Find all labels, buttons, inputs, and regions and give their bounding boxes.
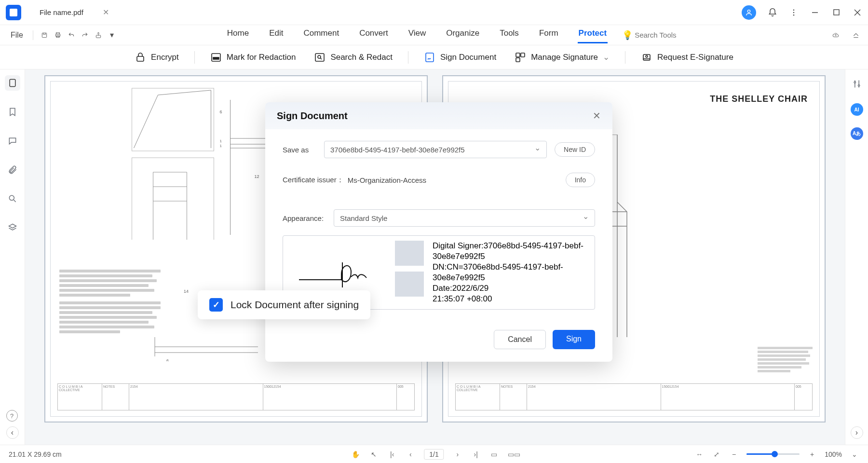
last-page-icon[interactable]: ›| bbox=[471, 450, 481, 458]
tab-filename: File name.pdf bbox=[40, 8, 83, 16]
bookmark-icon[interactable] bbox=[5, 104, 20, 120]
sign-document-button[interactable]: Sign Document bbox=[419, 50, 501, 65]
save-icon[interactable] bbox=[39, 30, 50, 41]
new-id-button[interactable]: New ID bbox=[555, 142, 595, 157]
settings-icon[interactable] bbox=[849, 76, 865, 92]
mark-redaction-button[interactable]: Mark for Redaction bbox=[205, 50, 301, 65]
lock-icon bbox=[135, 52, 146, 63]
expand-right-icon[interactable]: › bbox=[851, 426, 863, 439]
svg-rect-12 bbox=[96, 35, 100, 38]
manage-signature-button[interactable]: Manage Signature ⌄ bbox=[510, 50, 614, 65]
prev-page-icon[interactable]: ‹ bbox=[406, 450, 415, 458]
svg-text:1: 1 bbox=[220, 139, 222, 143]
search-tools-input[interactable] bbox=[635, 31, 702, 39]
info-button[interactable]: Info bbox=[566, 173, 595, 187]
tab-edit[interactable]: Edit bbox=[268, 27, 284, 43]
zoom-in-icon[interactable]: + bbox=[807, 450, 817, 458]
zoom-slider[interactable] bbox=[746, 453, 800, 455]
text-placeholder bbox=[59, 270, 161, 335]
svg-text:12: 12 bbox=[255, 174, 259, 179]
undo-icon[interactable] bbox=[66, 30, 77, 41]
redo-icon[interactable] bbox=[80, 30, 90, 41]
dialog-close-icon[interactable]: ✕ bbox=[593, 110, 601, 122]
hand-tool-icon[interactable]: ✋ bbox=[351, 450, 360, 458]
bell-icon[interactable] bbox=[768, 8, 777, 17]
document-tab[interactable]: File name.pdf ✕ bbox=[33, 8, 116, 17]
collapse-icon[interactable] bbox=[851, 30, 861, 41]
redaction-icon bbox=[210, 52, 222, 63]
svg-rect-22 bbox=[521, 53, 525, 57]
expand-left-icon[interactable]: ‹ bbox=[6, 426, 19, 439]
svg-text:6: 6 bbox=[220, 109, 222, 114]
layers-icon[interactable] bbox=[5, 220, 20, 235]
close-tab-icon[interactable]: ✕ bbox=[103, 8, 109, 17]
appearance-select[interactable]: Standard Style bbox=[334, 209, 595, 227]
zoom-dropdown-icon[interactable]: ⌄ bbox=[850, 450, 859, 458]
tab-tools[interactable]: Tools bbox=[499, 27, 520, 43]
zoom-out-icon[interactable]: − bbox=[729, 450, 739, 458]
save-as-select[interactable]: 3706e8bd-5495-4197-bebf-30e8e7e992f5 bbox=[324, 141, 547, 158]
svg-line-28 bbox=[14, 200, 15, 202]
cancel-button[interactable]: Cancel bbox=[494, 330, 546, 349]
page-title: THE SHELLEY CHAIR bbox=[710, 94, 808, 104]
svg-point-27 bbox=[9, 195, 14, 200]
svg-rect-11 bbox=[56, 36, 59, 38]
svg-point-44 bbox=[854, 82, 855, 83]
file-menu[interactable]: File bbox=[7, 29, 27, 41]
svg-rect-16 bbox=[213, 57, 219, 59]
separator bbox=[408, 51, 408, 64]
tab-form[interactable]: Form bbox=[538, 27, 559, 43]
bulb-icon: 💡 bbox=[622, 30, 633, 41]
page-indicator[interactable]: 1/1 bbox=[424, 449, 444, 460]
tab-view[interactable]: View bbox=[407, 27, 427, 43]
share-icon[interactable] bbox=[93, 30, 104, 41]
dialog-title: Sign Document bbox=[277, 110, 348, 122]
first-page-icon[interactable]: |‹ bbox=[387, 450, 397, 458]
user-avatar-icon[interactable] bbox=[742, 5, 756, 20]
minimize-icon[interactable] bbox=[810, 8, 820, 17]
next-page-icon[interactable]: › bbox=[453, 450, 462, 458]
cert-issuer-value: Ms-Organization-Access bbox=[348, 176, 426, 184]
single-page-icon[interactable]: ▭ bbox=[489, 450, 499, 458]
tab-comment[interactable]: Comment bbox=[302, 27, 340, 43]
separator bbox=[33, 30, 33, 40]
thumbnails-icon[interactable] bbox=[5, 75, 20, 91]
separator bbox=[625, 51, 625, 64]
lock-checkbox[interactable]: ✓ bbox=[209, 298, 223, 312]
tab-protect[interactable]: Protect bbox=[578, 27, 608, 43]
tab-organize[interactable]: Organize bbox=[445, 27, 480, 43]
right-sidebar: AI Aあ › bbox=[845, 69, 868, 445]
lock-document-option[interactable]: ✓ Lock Document after signing bbox=[198, 290, 370, 319]
comment-icon[interactable] bbox=[5, 133, 20, 149]
maximize-icon[interactable] bbox=[831, 8, 841, 17]
help-icon[interactable]: ? bbox=[6, 410, 18, 422]
svg-rect-26 bbox=[10, 80, 15, 87]
encrypt-button[interactable]: Encrypt bbox=[130, 50, 184, 65]
tab-convert[interactable]: Convert bbox=[358, 27, 389, 43]
window-close-icon[interactable] bbox=[853, 8, 862, 17]
svg-rect-5 bbox=[833, 10, 839, 15]
text-placeholder bbox=[758, 347, 813, 374]
save-as-label: Save as bbox=[283, 146, 316, 154]
select-tool-icon[interactable]: ↖ bbox=[369, 450, 379, 458]
sign-icon bbox=[424, 52, 435, 63]
request-esignature-button[interactable]: Request E-Signature bbox=[636, 50, 738, 65]
preview-thumbs bbox=[395, 241, 424, 304]
fit-page-icon[interactable]: ⤢ bbox=[712, 450, 721, 458]
search-icon[interactable] bbox=[5, 191, 20, 206]
search-redact-button[interactable]: Search & Redact bbox=[309, 50, 397, 65]
print-icon[interactable] bbox=[53, 30, 63, 41]
translate-badge-icon[interactable]: Aあ bbox=[851, 127, 863, 140]
sign-button[interactable]: Sign bbox=[553, 330, 595, 349]
two-page-icon[interactable]: ▭▭ bbox=[508, 450, 517, 458]
dropdown-icon[interactable]: ▾ bbox=[107, 30, 117, 41]
cloud-icon[interactable] bbox=[830, 30, 841, 41]
attachment-icon[interactable] bbox=[5, 162, 20, 177]
svg-point-3 bbox=[793, 14, 794, 15]
fit-width-icon[interactable]: ↔ bbox=[694, 450, 704, 458]
protect-ribbon: Encrypt Mark for Redaction Search & Reda… bbox=[0, 45, 868, 69]
kebab-icon[interactable] bbox=[789, 8, 799, 17]
tab-home[interactable]: Home bbox=[226, 27, 250, 43]
left-sidebar: ? ‹ bbox=[0, 69, 25, 445]
ai-badge-icon[interactable]: AI bbox=[851, 103, 863, 116]
